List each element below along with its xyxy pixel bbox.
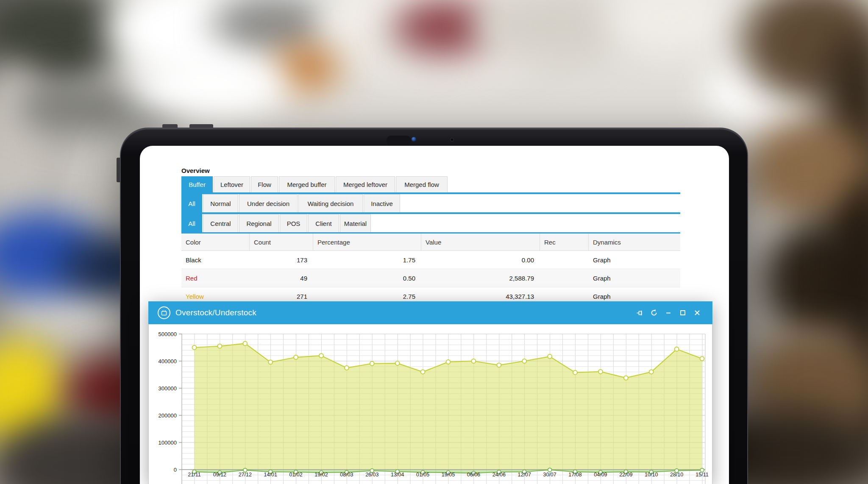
svg-text:0: 0 [174, 467, 177, 473]
svg-text:13/04: 13/04 [391, 472, 404, 478]
column-header-color[interactable]: Color [181, 234, 250, 250]
color-summary-table: ColorCountPercentageValueRecDynamics Bla… [181, 234, 680, 306]
svg-text:04/09: 04/09 [594, 472, 607, 478]
svg-text:08/03: 08/03 [340, 472, 353, 478]
overstock-understock-chart: 010000020000030000040000050000021/1109/1… [149, 324, 713, 484]
tab-leftover[interactable]: Leftover [214, 176, 250, 192]
tab-under-decision[interactable]: Under decision [239, 194, 298, 212]
svg-text:28/10: 28/10 [670, 472, 683, 478]
svg-text:26/03: 26/03 [365, 472, 378, 478]
count-cell: 173 [250, 251, 313, 269]
camera-sensor-icon [450, 138, 454, 142]
svg-text:01/02: 01/02 [289, 472, 302, 478]
svg-text:19/02: 19/02 [314, 472, 328, 478]
tab-row-buffer-types: BufferLeftoverFlowMerged bufferMerged le… [181, 176, 680, 194]
window-titlebar: Overstock/Understock [148, 301, 712, 324]
svg-text:21/11: 21/11 [188, 472, 200, 478]
tab-row-status: AllNormalUnder decisionWaiting decisionI… [181, 194, 680, 214]
svg-text:200000: 200000 [159, 412, 177, 419]
svg-text:300000: 300000 [159, 385, 177, 392]
rec-cell [540, 251, 589, 269]
table-row-black[interactable]: Black1731.750.00Graph [181, 251, 680, 269]
tab-flow[interactable]: Flow [251, 176, 278, 192]
table-row-red[interactable]: Red490.502,588.79Graph [181, 269, 680, 287]
tab-row-location: AllCentralRegionalPOSClientMaterial [181, 214, 680, 234]
rec-cell [540, 269, 589, 287]
tab-merged-buffer[interactable]: Merged buffer [279, 176, 335, 192]
camera-module [387, 136, 411, 145]
table-body: Black1731.750.00GraphRed490.502,588.79Gr… [181, 251, 680, 306]
svg-text:19/05: 19/05 [442, 472, 455, 478]
svg-text:17/08: 17/08 [568, 472, 581, 478]
value-cell: 0.00 [421, 251, 540, 269]
tab-all[interactable]: All [181, 214, 202, 232]
tab-normal[interactable]: Normal [203, 194, 238, 212]
svg-text:01/05: 01/05 [416, 472, 429, 478]
percentage-cell: 1.75 [313, 251, 421, 269]
overstock-understock-window: Overstock/Understock 0100000200000300000… [148, 301, 712, 484]
svg-text:27/12: 27/12 [239, 472, 252, 478]
page-title: Overview [181, 167, 210, 174]
table-header: ColorCountPercentageValueRecDynamics [181, 234, 680, 251]
column-header-percentage[interactable]: Percentage [313, 234, 421, 250]
svg-text:12/07: 12/07 [518, 472, 531, 478]
svg-text:24/06: 24/06 [492, 472, 506, 478]
tab-pos[interactable]: POS [280, 214, 307, 232]
svg-text:30/07: 30/07 [543, 472, 556, 478]
color-cell: Red [181, 269, 250, 287]
color-cell: Black [181, 251, 250, 269]
svg-text:14/01: 14/01 [264, 472, 277, 478]
column-header-rec[interactable]: Rec [540, 234, 589, 250]
camera-lens-icon [412, 137, 416, 142]
tab-regional[interactable]: Regional [239, 214, 279, 232]
column-header-dynamics[interactable]: Dynamics [589, 234, 680, 250]
close-icon[interactable] [692, 308, 702, 318]
svg-text:400000: 400000 [159, 358, 177, 364]
tab-inactive[interactable]: Inactive [364, 194, 400, 212]
count-cell: 49 [250, 269, 313, 287]
graph-link[interactable]: Graph [589, 251, 680, 269]
tab-merged-flow[interactable]: Merged flow [396, 176, 448, 192]
tab-merged-leftover[interactable]: Merged leftover [336, 176, 395, 192]
svg-text:100000: 100000 [159, 439, 177, 446]
tab-waiting-decision[interactable]: Waiting decision [298, 194, 363, 212]
tab-material[interactable]: Material [340, 214, 371, 232]
calendar-icon [158, 306, 170, 319]
svg-text:500000: 500000 [159, 331, 177, 337]
svg-text:10/10: 10/10 [645, 472, 658, 478]
column-header-value[interactable]: Value [421, 234, 540, 250]
svg-text:09/12: 09/12 [213, 472, 226, 478]
graph-link[interactable]: Graph [589, 269, 680, 287]
column-header-count[interactable]: Count [250, 234, 313, 250]
maximize-icon[interactable] [678, 308, 688, 318]
tab-bars: BufferLeftoverFlowMerged bufferMerged le… [181, 176, 680, 234]
tab-central[interactable]: Central [203, 214, 238, 232]
tab-buffer[interactable]: Buffer [181, 176, 213, 192]
minimize-icon[interactable] [663, 308, 673, 318]
page: Overview BufferLeftoverFlowMerged buffer… [0, 0, 868, 484]
window-title: Overstock/Understock [175, 301, 256, 324]
value-cell: 2,588.79 [421, 269, 540, 287]
svg-text:22/09: 22/09 [619, 472, 632, 478]
svg-text:15/11: 15/11 [696, 472, 708, 478]
percentage-cell: 0.50 [313, 269, 421, 287]
tab-all[interactable]: All [181, 194, 202, 212]
tab-client[interactable]: Client [308, 214, 339, 232]
refresh-icon[interactable] [649, 308, 659, 318]
pin-icon[interactable] [634, 308, 645, 318]
svg-text:06/06: 06/06 [467, 472, 480, 478]
chart-area: 010000020000030000040000050000021/1109/1… [148, 324, 712, 484]
